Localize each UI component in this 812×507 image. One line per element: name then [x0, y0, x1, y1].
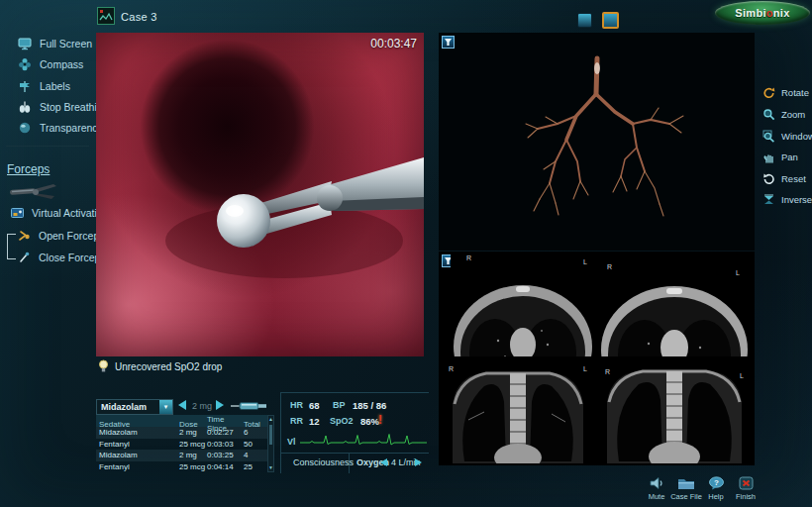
window-icon: [762, 130, 775, 143]
drug-select-value: Midazolam: [97, 402, 159, 412]
snapshot-icon[interactable]: [577, 13, 592, 28]
ct-axial-left[interactable]: R L: [451, 254, 595, 356]
medication-table: Sedative Dose Time Since Total Midazolam…: [96, 415, 267, 472]
forceps-section-header[interactable]: Forceps: [7, 162, 50, 176]
spo2-label: SpO2: [330, 416, 354, 426]
ct-marker-left: L: [736, 269, 740, 276]
col-sedative: Sedative: [99, 420, 179, 429]
elapsed-timer: 00:03:47: [370, 37, 417, 51]
dose-decrease-button[interactable]: [178, 400, 186, 410]
tool-label: Rotate: [781, 87, 809, 98]
virtual-activation-icon: [11, 206, 24, 219]
chevron-down-icon[interactable]: ▼: [159, 400, 172, 414]
vitals-top-border: [280, 392, 429, 393]
scrollbar-thumb[interactable]: [269, 425, 272, 445]
table-row[interactable]: Fentanyl25 mcg 0:03:0350: [96, 439, 267, 451]
drug-select[interactable]: Midazolam ▼: [96, 399, 173, 415]
spo2-value: 86%: [360, 416, 379, 427]
rr-value: 12: [309, 416, 320, 427]
ct-marker-right: R: [605, 368, 610, 375]
sidebar-item-label: Labels: [40, 80, 70, 92]
tool-window[interactable]: Window: [762, 130, 812, 143]
mute-icon: [649, 476, 665, 490]
forceps-close-button[interactable]: Close Forceps: [18, 251, 106, 263]
inject-syringe-button[interactable]: [231, 400, 268, 412]
record-icon[interactable]: [602, 12, 619, 29]
tool-zoom[interactable]: Zoom: [762, 108, 805, 121]
case-file-icon: [677, 476, 695, 490]
close-forceps-icon: [18, 251, 31, 263]
bp-label: BP: [333, 400, 346, 410]
sidebar-item-stop-breathing[interactable]: Stop Breathing: [18, 100, 108, 114]
tool-reset[interactable]: Reset: [762, 172, 806, 185]
zoom-icon: [762, 108, 775, 121]
oxygen-increase-button[interactable]: [415, 458, 422, 466]
hr-label: HR: [290, 400, 303, 410]
open-forceps-icon: [18, 229, 31, 242]
footer-button-label: Help: [708, 492, 723, 501]
ecg-waveform: [300, 432, 427, 449]
vitals-inner-divider: [280, 453, 429, 454]
table-row[interactable]: Midazolam2 mg 0:03:254: [96, 450, 267, 461]
ct-marker-left: L: [583, 258, 587, 265]
view-options-icon[interactable]: [442, 36, 455, 49]
sidebar-item-label: Transparency: [40, 122, 103, 134]
ct-panel[interactable]: R L R L: [439, 252, 755, 465]
bronchial-3d-view[interactable]: [439, 33, 755, 251]
table-scrollbar[interactable]: ▲ ▼: [267, 415, 274, 472]
dose-value: 2 mg: [189, 401, 215, 411]
col-dose: Dose: [179, 420, 207, 429]
transparency-icon: [18, 121, 32, 135]
bronchial-tree-render: [439, 33, 755, 251]
table-row[interactable]: Midazolam2 mg 0:02:276: [96, 427, 267, 439]
labels-icon: [18, 79, 32, 93]
forceps-open-button[interactable]: Open Forceps: [18, 229, 105, 242]
ct-marker-left: L: [583, 365, 587, 372]
footer-button-label: Finish: [736, 492, 756, 501]
sidebar-item-full-screen[interactable]: Full Screen: [18, 37, 92, 51]
scroll-up-icon[interactable]: ▲: [268, 416, 273, 423]
dose-increase-button[interactable]: [216, 400, 224, 410]
tool-inverse[interactable]: Inverse: [762, 193, 812, 206]
tool-rotate[interactable]: Rotate: [762, 86, 809, 99]
table-row[interactable]: Fentanyl25 mcg 0:04:1425: [96, 461, 267, 473]
sidebar-item-transparency[interactable]: Transparency: [18, 121, 103, 135]
forceps-image: [8, 180, 61, 202]
reset-icon: [762, 172, 775, 185]
lightbulb-icon: [98, 359, 109, 373]
simulator-window: Case 3 Simbionix Full Screen Compass Lab…: [0, 0, 812, 507]
sidebar-item-label: Compass: [40, 58, 83, 70]
ct-axial-right[interactable]: R L: [597, 258, 752, 356]
pan-icon: [762, 151, 775, 163]
tool-label: Zoom: [781, 109, 805, 120]
tool-label: Window: [781, 131, 812, 142]
sidebar-item-compass[interactable]: Compass: [18, 57, 83, 71]
ct-marker-left: L: [740, 372, 744, 379]
tool-label: Reset: [781, 173, 806, 184]
case-icon: [97, 7, 115, 25]
ct-marker-right: R: [607, 263, 612, 270]
endoscopy-view[interactable]: 00:03:47: [96, 33, 424, 356]
forceps-virtual-activation-button[interactable]: Virtual Activation: [11, 206, 108, 219]
lungs-icon: [18, 100, 32, 114]
sidebar-divider: [6, 146, 89, 147]
medication-table-header: Sedative Dose Time Since Total: [96, 415, 267, 427]
forceps-bracket: [7, 234, 16, 259]
brand-logo: Simbionix: [715, 1, 810, 25]
ct-coronal-left[interactable]: R L: [441, 360, 595, 463]
col-total: Total: [244, 420, 270, 429]
consciousness-button[interactable]: Consciousness: [293, 457, 354, 467]
bp-value: 185 / 86: [353, 400, 386, 411]
page-title: Case 3: [121, 11, 157, 23]
sidebar-item-labels[interactable]: Labels: [18, 79, 70, 93]
vitals-left-border: [280, 392, 281, 473]
footer-button-label: Mute: [649, 492, 665, 501]
sidebar-item-label: Full Screen: [40, 38, 92, 50]
tool-pan[interactable]: Pan: [762, 151, 798, 163]
finish-button[interactable]: Finish: [728, 476, 763, 501]
oxygen-decrease-button[interactable]: [380, 458, 387, 466]
scroll-down-icon[interactable]: ▼: [268, 464, 273, 471]
compass-icon: [18, 57, 32, 71]
ct-marker-right: R: [449, 365, 454, 372]
ct-coronal-right[interactable]: R L: [597, 360, 752, 463]
